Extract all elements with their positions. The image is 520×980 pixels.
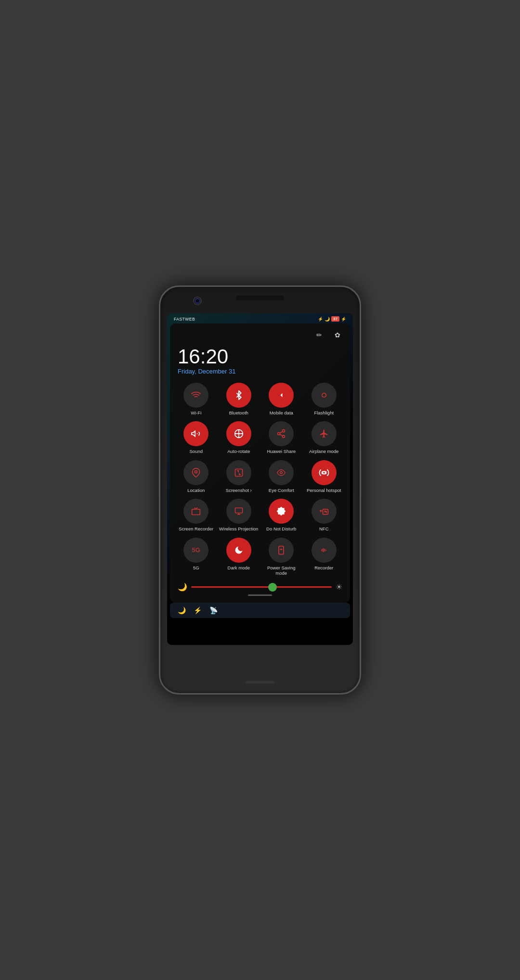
toggle-auto-rotate[interactable]: Auto-rotate bbox=[219, 419, 260, 456]
toggle-eye-comfort[interactable]: Eye Comfort bbox=[261, 458, 302, 495]
time-display: 16:20 Friday, December 31 bbox=[176, 345, 344, 376]
svg-point-0 bbox=[322, 393, 326, 397]
nav-usb-icon: ⚡ bbox=[194, 606, 202, 614]
nav-wifi-icon: 📡 bbox=[209, 606, 218, 614]
toggle-flashlight[interactable]: Flashlight bbox=[304, 381, 345, 417]
toggle-circle-eye-comfort bbox=[269, 460, 294, 485]
toggle-bluetooth[interactable]: Bluetooth bbox=[219, 381, 260, 417]
toggle-location[interactable]: Location bbox=[176, 458, 217, 495]
toggle-label-screenshot: Screenshot › bbox=[226, 488, 252, 493]
toggle-label-nfc: NFC bbox=[319, 526, 329, 531]
brightness-control[interactable]: 🌙 ☀ bbox=[178, 582, 342, 592]
toggle-circle-flashlight bbox=[312, 383, 337, 408]
brightness-track[interactable] bbox=[191, 586, 332, 588]
nav-moon-icon: 🌙 bbox=[178, 606, 186, 614]
charging-icon: ⚡ bbox=[341, 317, 346, 322]
toggle-circle-mobile-data bbox=[269, 383, 294, 408]
edit-icon: ✏ bbox=[316, 331, 322, 339]
toggle-screenshot[interactable]: Screenshot › bbox=[219, 458, 260, 495]
toggle-sound[interactable]: Sound bbox=[176, 419, 217, 456]
toggle-huawei-share[interactable]: Huawei Share bbox=[261, 419, 302, 456]
toggle-circle-huawei-share bbox=[269, 421, 294, 446]
screen-content: FASTWEB ⚡ 🌙 37 ⚡ ✏ ✿ bbox=[167, 313, 353, 645]
svg-rect-10 bbox=[192, 509, 200, 515]
brightness-thumb[interactable] bbox=[268, 583, 277, 592]
edit-button[interactable]: ✏ bbox=[312, 328, 326, 342]
battery-indicator: 37 bbox=[331, 316, 339, 322]
volume-button[interactable] bbox=[360, 374, 361, 398]
toggle-grid: Wi-FiBluetoothMobile dataFlashlightSound… bbox=[176, 381, 344, 578]
panel-topbar: ✏ ✿ bbox=[176, 328, 344, 342]
toggle-do-not-disturb[interactable]: Do Not Disturb bbox=[261, 497, 302, 533]
svg-line-4 bbox=[280, 435, 283, 436]
toggle-circle-auto-rotate bbox=[226, 421, 251, 446]
panel-handle bbox=[176, 594, 344, 596]
power-button[interactable] bbox=[360, 405, 361, 443]
toggle-nfc[interactable]: NFC bbox=[304, 497, 345, 533]
front-camera bbox=[193, 297, 202, 305]
toggle-label-personal-hotspot: Personal hotspot bbox=[307, 488, 341, 493]
navigation-bar: 🌙 ⚡ 📡 bbox=[170, 603, 350, 618]
svg-point-8 bbox=[280, 472, 283, 474]
customize-icon: ✿ bbox=[335, 331, 340, 339]
toggle-circle-wireless-projection bbox=[226, 499, 251, 524]
toggle-label-do-not-disturb: Do Not Disturb bbox=[266, 526, 296, 531]
svg-rect-11 bbox=[235, 508, 242, 513]
toggle-circle-recorder bbox=[312, 538, 337, 563]
sun-icon: ☀ bbox=[336, 582, 342, 592]
toggle-circle-sound bbox=[183, 421, 208, 446]
toggle-circle-screenshot bbox=[226, 460, 251, 485]
toggle-screen-recorder[interactable]: Screen Recorder bbox=[176, 497, 217, 533]
toggle-dark-mode[interactable]: Dark mode bbox=[219, 536, 260, 578]
toggle-circle-airplane-mode bbox=[312, 421, 337, 446]
customize-button[interactable]: ✿ bbox=[331, 328, 344, 342]
svg-point-3 bbox=[283, 436, 285, 438]
toggle-label-wifi: Wi-Fi bbox=[191, 410, 201, 415]
toggle-airplane-mode[interactable]: Airplane mode bbox=[304, 419, 345, 456]
phone-device: FASTWEB ⚡ 🌙 37 ⚡ ✏ ✿ bbox=[159, 285, 361, 695]
toggle-5g[interactable]: 5G5G bbox=[176, 536, 217, 578]
toggle-label-mobile-data: Mobile data bbox=[270, 410, 293, 415]
svg-rect-7 bbox=[235, 469, 242, 476]
toggle-label-auto-rotate: Auto-rotate bbox=[227, 449, 250, 454]
toggle-label-dark-mode: Dark mode bbox=[228, 565, 250, 570]
moon-icon: 🌙 bbox=[178, 582, 187, 592]
toggle-circle-bluetooth bbox=[226, 383, 251, 408]
toggle-label-bluetooth: Bluetooth bbox=[229, 410, 248, 415]
toggle-label-huawei-share: Huawei Share bbox=[267, 449, 296, 454]
toggle-label-5g: 5G bbox=[193, 565, 199, 570]
toggle-wifi[interactable]: Wi-Fi bbox=[176, 381, 217, 417]
do-not-disturb-icon: 🌙 bbox=[325, 317, 330, 322]
svg-point-2 bbox=[278, 433, 280, 435]
toggle-label-location: Location bbox=[187, 488, 205, 493]
toggle-label-eye-comfort: Eye Comfort bbox=[269, 488, 294, 493]
toggle-circle-dark-mode bbox=[226, 538, 251, 563]
screen: FASTWEB ⚡ 🌙 37 ⚡ ✏ ✿ bbox=[167, 313, 353, 645]
toggle-circle-power-saving bbox=[269, 538, 294, 563]
quick-panel: ✏ ✿ 16:20 Friday, December 31 Wi-FiBluet… bbox=[170, 323, 350, 603]
home-indicator[interactable] bbox=[246, 681, 274, 683]
earpiece bbox=[236, 296, 284, 300]
toggle-label-airplane-mode: Airplane mode bbox=[309, 449, 338, 454]
toggle-power-saving[interactable]: Power Saving mode bbox=[261, 536, 302, 578]
toggle-mobile-data[interactable]: Mobile data bbox=[261, 381, 302, 417]
toggle-circle-wifi bbox=[183, 383, 208, 408]
carrier-text: FASTWEB bbox=[174, 317, 195, 322]
handle-bar bbox=[248, 594, 272, 596]
toggle-circle-5g: 5G bbox=[183, 538, 208, 563]
toggle-label-flashlight: Flashlight bbox=[314, 410, 334, 415]
toggle-label-sound: Sound bbox=[190, 449, 203, 454]
svg-point-1 bbox=[283, 430, 285, 432]
toggle-label-wireless-projection: Wireless Projection bbox=[219, 526, 258, 531]
toggle-circle-personal-hotspot bbox=[312, 460, 337, 485]
bluetooth-icon: ⚡ bbox=[318, 317, 323, 322]
toggle-circle-nfc bbox=[312, 499, 337, 524]
toggle-personal-hotspot[interactable]: Personal hotspot bbox=[304, 458, 345, 495]
toggle-circle-screen-recorder bbox=[183, 499, 208, 524]
toggle-label-screen-recorder: Screen Recorder bbox=[179, 526, 213, 531]
toggle-wireless-projection[interactable]: Wireless Projection bbox=[219, 497, 260, 533]
date: Friday, December 31 bbox=[178, 368, 342, 375]
toggle-recorder[interactable]: Recorder bbox=[304, 536, 345, 578]
clock: 16:20 bbox=[178, 347, 342, 367]
toggle-circle-do-not-disturb bbox=[269, 499, 294, 524]
